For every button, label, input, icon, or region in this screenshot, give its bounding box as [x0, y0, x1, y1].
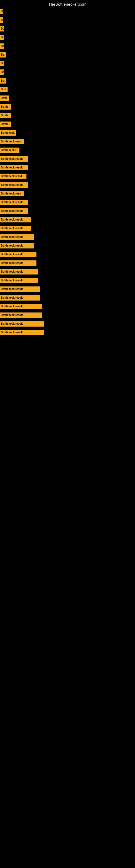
bottleneck-bar: Bottleneck [0, 130, 16, 135]
bar-row: Bottleneck result [0, 242, 135, 251]
bar-row: Bottleneck result [0, 285, 135, 294]
bottleneck-bar: Bottleneck result [0, 252, 37, 257]
bar-row: Bo [0, 34, 135, 42]
bottleneck-bar: Bottleneck result [0, 312, 42, 318]
bar-row: Bott [0, 86, 135, 94]
bottleneck-bar: Bottleneck result [0, 295, 40, 301]
bar-row: Bottleneck result [0, 268, 135, 277]
bottleneck-bar: Bottleneck result [0, 321, 44, 327]
bar-row: Bottleneck result [0, 329, 135, 337]
bar-row: Bottleneck result [0, 233, 135, 242]
bar-row: Bottleneck result [0, 303, 135, 311]
bottleneck-bar: Bottleneck result [0, 260, 37, 266]
bottleneck-bar: Bottleneck resu [0, 191, 24, 196]
bar-row: Bottleneck result [0, 164, 135, 173]
bottleneck-bar: Bo [0, 69, 4, 75]
bottleneck-bar: Bottleneck result [0, 269, 38, 275]
bottleneck-bar: Bottleneck resu [0, 139, 24, 144]
bottleneck-bar: Bottleneck result [0, 208, 28, 214]
bar-row: Bo [0, 25, 135, 34]
bar-row: Bottleneck result [0, 251, 135, 259]
bar-row: Bottleneck result [0, 311, 135, 320]
bottleneck-bar: B [0, 18, 3, 23]
bar-row: Bottleneck result [0, 225, 135, 233]
bottleneck-bar: Bot [0, 78, 6, 84]
bar-row: Bottleneck result [0, 207, 135, 216]
bar-row: B [0, 8, 135, 16]
bar-row: Bottle [0, 103, 135, 112]
bar-row: Bo [0, 42, 135, 51]
bottleneck-bar: Bottleneck result [0, 156, 28, 162]
bottleneck-bar: Bottleneck result [0, 330, 44, 335]
bar-row: Bottleneck result [0, 198, 135, 207]
bottleneck-bar: Bottleneck result [0, 199, 28, 205]
bar-row: Bottleneck r [0, 147, 135, 155]
bottleneck-bar: Bottleneck result [0, 165, 28, 170]
bar-row: Bottleneck result [0, 320, 135, 329]
bar-row: Bottleneck [0, 129, 135, 138]
bar-row: Bot [0, 51, 135, 60]
bars-container: BBBoBoBoBotBoBoBotBottBottlBottleBottleB… [0, 8, 135, 337]
bottleneck-bar: Bottle [0, 113, 11, 118]
bottleneck-bar: Bottleneck result [0, 304, 42, 309]
bar-row: Bottleneck result [0, 259, 135, 268]
bar-row: Bottleneck result [0, 181, 135, 190]
bottleneck-bar: Bo [0, 35, 4, 40]
bottleneck-bar: Bot [0, 52, 6, 58]
bar-row: Bottle [0, 120, 135, 129]
bar-row: Bot [0, 77, 135, 86]
bottleneck-bar: Bottleneck result [0, 226, 31, 231]
bottleneck-bar: Bottleneck result [0, 235, 34, 240]
bar-row: Bottle [0, 112, 135, 120]
bar-row: Bo [0, 68, 135, 77]
bar-row: Bottleneck result [0, 155, 135, 164]
bottleneck-bar: Bottle [0, 104, 11, 110]
bottleneck-bar: Bo [0, 61, 4, 66]
bottleneck-bar: Bottleneck result [0, 286, 40, 292]
bottleneck-bar: Bo [0, 43, 4, 49]
bottleneck-bar: Bottl [0, 95, 9, 101]
bar-row: B [0, 16, 135, 25]
bottleneck-bar: Bottleneck result [0, 278, 38, 283]
bottleneck-bar: Bottleneck result [0, 243, 34, 248]
bar-row: Bottleneck resu [0, 138, 135, 147]
bar-row: Bottleneck resu [0, 190, 135, 198]
bar-row: Bottleneck result [0, 277, 135, 285]
bottleneck-bar: Bottleneck resul [0, 174, 27, 179]
bottleneck-bar: Bo [0, 26, 4, 31]
bar-row: Bottleneck result [0, 294, 135, 303]
bar-row: Bottleneck resul [0, 173, 135, 181]
bar-row: Bottl [0, 94, 135, 103]
bar-row: Bo [0, 60, 135, 68]
bar-row: Bottleneck result [0, 216, 135, 225]
bottleneck-bar: Bottleneck r [0, 148, 19, 153]
bottleneck-bar: Bott [0, 87, 8, 92]
bottleneck-bar: Bottleneck result [0, 182, 28, 188]
bottleneck-bar: Bottle [0, 122, 11, 127]
bottleneck-bar: Bottleneck result [0, 217, 31, 222]
site-title: TheBottlenecker.com [0, 0, 135, 8]
bottleneck-bar: B [0, 9, 3, 14]
